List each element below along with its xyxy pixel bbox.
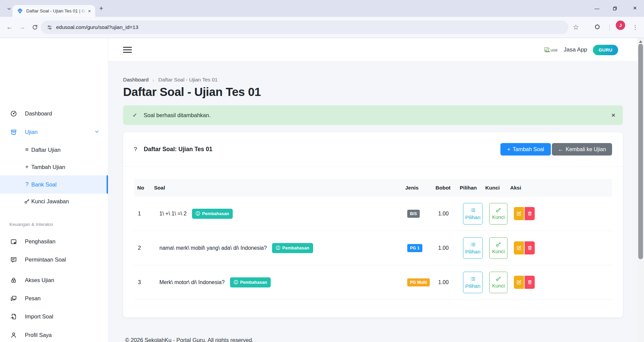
window-restore-button[interactable] xyxy=(607,0,622,16)
sidebar-item-pesan[interactable]: Pesan xyxy=(0,290,108,307)
pilihan-button[interactable]: Pilihan xyxy=(463,272,483,293)
key-icon xyxy=(496,242,501,247)
sidebar-item-daftar-ujian[interactable]: ≡ Daftar Ujian xyxy=(0,141,108,158)
delete-button[interactable] xyxy=(525,241,535,254)
breadcrumb-separator: › xyxy=(153,77,154,83)
bookmark-star-icon[interactable]: ☆ xyxy=(573,23,579,31)
footer-copyright: © 2026 SekolahKu - Portal Guru. All righ… xyxy=(125,337,254,342)
scrollbar-up-arrow[interactable] xyxy=(639,40,642,43)
chevron-down-icon xyxy=(94,129,99,134)
user-info-group[interactable]: use Jasa App GURU xyxy=(544,38,618,62)
edit-button[interactable] xyxy=(514,207,524,220)
browser-reload-button[interactable] xyxy=(30,23,40,32)
browser-profile-avatar[interactable]: J xyxy=(616,21,625,30)
sidebar-item-ujian[interactable]: Ujian xyxy=(0,124,108,140)
chat-square-text-icon xyxy=(10,256,17,263)
new-tab-button[interactable]: + xyxy=(97,4,106,13)
col-header-aksi: Aksi xyxy=(507,185,612,191)
window-minimize-button[interactable]: — xyxy=(589,0,605,16)
url-omnibox[interactable]: edusoal.com/guru/soal?ujian_id=13 xyxy=(41,21,568,34)
tab-close-icon[interactable]: × xyxy=(86,8,92,14)
table-row: 3 Merk\ motor\ di\ Indonesia? ⓘPembahasa… xyxy=(134,265,612,300)
col-header-jenis: Jenis xyxy=(402,185,432,191)
sidebar-item-import-soal[interactable]: Import Soal xyxy=(0,308,108,325)
breadcrumb-dashboard-link[interactable]: Dashboard xyxy=(123,77,149,83)
chats-icon xyxy=(10,295,17,302)
delete-button[interactable] xyxy=(525,207,535,220)
trash-icon xyxy=(527,245,532,250)
plus-icon: + xyxy=(507,146,510,152)
sidebar-item-dashboard[interactable]: Dashboard xyxy=(0,105,108,122)
pembahasan-label: Pembahasan xyxy=(202,211,229,216)
pembahasan-badge[interactable]: ⓘPembahasan xyxy=(230,277,271,287)
bobot-value: 1.00 xyxy=(432,211,456,217)
hamburger-menu-icon[interactable] xyxy=(123,46,132,53)
pencil-square-icon xyxy=(517,245,522,250)
pembahasan-badge[interactable]: ⓘPembahasan xyxy=(192,209,233,219)
kunci-button[interactable]: Kunci xyxy=(489,272,507,293)
person-icon xyxy=(10,332,17,338)
kunci-label: Kunci xyxy=(492,214,505,220)
pembahasan-label: Pembahasan xyxy=(240,280,267,285)
sidebar-label: Permintaan Soal xyxy=(25,256,66,263)
sidebar-item-penghasilan[interactable]: Penghasilan xyxy=(0,233,108,250)
kunci-button[interactable]: Kunci xyxy=(489,203,507,225)
site-info-tune-icon[interactable] xyxy=(47,25,52,30)
kunci-button[interactable]: Kunci xyxy=(489,237,507,259)
edit-button[interactable] xyxy=(514,241,524,254)
card-title: Daftar Soal: Ujian Tes 01 xyxy=(144,146,212,153)
browser-menu-kebab-icon[interactable]: ⋮ xyxy=(632,24,638,31)
pembahasan-label: Pembahasan xyxy=(282,245,309,250)
delete-button[interactable] xyxy=(525,276,535,289)
sidebar-item-kunci-jawaban[interactable]: Kunci Jawaban xyxy=(0,193,108,210)
back-arrow-icon: ← xyxy=(558,146,563,152)
sidebar-label: Profil Saya xyxy=(25,332,52,338)
question-text: 1\ +\ 1\ =\ 2 xyxy=(159,211,187,217)
tambah-soal-button[interactable]: + Tambah Soal xyxy=(500,143,551,156)
bobot-value: 1.00 xyxy=(432,279,456,285)
pencil-square-icon xyxy=(517,280,522,285)
archive-box-icon xyxy=(10,129,17,135)
browser-forward-button[interactable]: → xyxy=(17,23,27,32)
extensions-puzzle-icon[interactable] xyxy=(594,24,601,31)
kunci-label: Kunci xyxy=(492,283,505,288)
brand-name: Jasa App xyxy=(564,46,587,53)
sidebar-item-akses-ujian[interactable]: Akses Ujian xyxy=(0,272,108,288)
success-alert: ✓ Soal berhasil ditambahkan. × xyxy=(123,105,623,125)
sidebar-item-permintaan-soal[interactable]: Permintaan Soal xyxy=(0,251,108,268)
pilihan-label: Pilihan xyxy=(465,214,480,220)
key-icon xyxy=(496,207,501,213)
breadcrumb-current: Daftar Soal - Ujian Tes 01 xyxy=(158,77,218,83)
window-close-button[interactable]: × xyxy=(627,0,643,16)
row-number: 1 xyxy=(134,211,151,217)
sidebar-label: Daftar Ujian xyxy=(31,147,61,153)
sidebar-item-bank-soal[interactable]: ? Bank Soal xyxy=(0,175,108,194)
page-title: Daftar Soal - Ujian Tes 01 xyxy=(123,85,261,99)
jenis-badge: PG 1 xyxy=(407,244,422,252)
question-mark-icon: ? xyxy=(24,181,30,188)
pilihan-button[interactable]: Pilihan xyxy=(463,237,483,259)
col-header-soal: Soal xyxy=(151,185,402,191)
scrollbar-thumb[interactable] xyxy=(638,44,643,259)
sidebar-item-tambah-ujian[interactable]: + Tambah Ujian xyxy=(0,159,108,175)
sidebar-label: Kunci Jawaban xyxy=(31,198,69,205)
sidebar-label: Pesan xyxy=(25,295,41,302)
browser-tab[interactable]: Daftar Soal - Ujian Tes 01 | Guru × xyxy=(12,5,95,17)
sidebar-label: Tambah Ujian xyxy=(31,164,65,170)
browser-back-button[interactable]: ← xyxy=(5,23,14,32)
card-list-icon xyxy=(470,276,476,282)
table-row: 2 nama\ merk\ mobil\ yang\ ada\ di\ Indo… xyxy=(134,231,612,265)
role-badge: GURU xyxy=(593,45,618,55)
sidebar-section-keuangan: Keuangan & Interaksi xyxy=(9,222,53,227)
pilihan-button[interactable]: Pilihan xyxy=(463,203,483,225)
main-content: Dashboard › Daftar Soal - Ujian Tes 01 D… xyxy=(108,62,637,342)
page-scrollbar[interactable] xyxy=(637,38,644,342)
alert-close-icon[interactable]: × xyxy=(611,111,615,119)
card-header: ? Daftar Soal: Ujian Tes 01 + Tambah Soa… xyxy=(123,132,623,167)
info-icon: ⓘ xyxy=(234,279,238,285)
edit-button[interactable] xyxy=(514,276,524,289)
pembahasan-badge[interactable]: ⓘPembahasan xyxy=(272,243,313,253)
trash-icon xyxy=(527,211,532,216)
kembali-ke-ujian-button[interactable]: ← Kembali ke Ujian xyxy=(552,143,612,156)
sidebar-item-profil-saya[interactable]: Profil Saya xyxy=(0,327,108,342)
